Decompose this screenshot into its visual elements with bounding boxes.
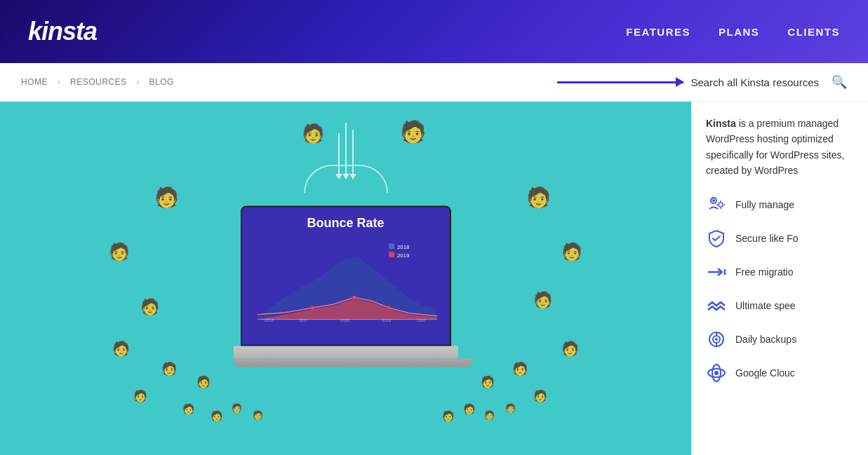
search-arrow (557, 81, 683, 83)
search-label: Search all Kinsta resources (690, 76, 819, 88)
arrow-line (557, 81, 683, 83)
svg-point-16 (712, 199, 715, 202)
breadcrumb-resources[interactable]: RESOURCES (70, 77, 127, 87)
sidebar-brand: Kinsta (706, 118, 736, 129)
breadcrumb-sep-2: › (137, 77, 140, 87)
svg-rect-0 (389, 243, 394, 249)
figure-left-5: 🧑 (161, 361, 177, 376)
svg-point-28 (715, 338, 718, 341)
header: kinsta FEATURES PLANS CLIENTS (0, 0, 868, 63)
figure-right-7: 🧑 (481, 375, 495, 388)
figure-left-4: 🧑 (112, 340, 130, 357)
svg-text:2020: 2020 (416, 318, 426, 322)
manage-icon (706, 194, 727, 215)
main-layout: 🧑 🧑 🧑 🧑 🧑 🧑 🧑 🧑 🧑 🧑 🧑 🧑 🧑 🧑 🧑 🧑 🧑 🧑 🧑 🧑 … (0, 102, 868, 455)
figure-bottom-left-3: 🧑 (232, 403, 242, 413)
figure-bottom-left-1: 🧑 (182, 403, 194, 414)
figure-bottom-right-2: 🧑 (463, 403, 475, 414)
backup-icon (706, 329, 727, 350)
feature-item-google: Google Clouc (706, 362, 854, 383)
nav-clients[interactable]: CLIENTS (787, 26, 840, 38)
figure-right-1: 🧑 (526, 186, 551, 209)
feature-label-google[interactable]: Google Clouc (735, 367, 795, 379)
breadcrumb-home[interactable]: HOME (21, 77, 48, 87)
feature-label-speed[interactable]: Ultimate spee (735, 300, 796, 311)
chart-svg: 2018 2019 (251, 236, 441, 327)
figure-left-6: 🧑 (133, 389, 147, 402)
svg-point-8 (387, 306, 390, 309)
feature-label-backup[interactable]: Daily backups (735, 334, 796, 345)
search-icon[interactable]: 🔍 (832, 74, 847, 90)
figure-right-6: 🧑 (533, 389, 547, 402)
secure-icon (706, 228, 727, 249)
svg-text:2019: 2019 (396, 252, 409, 259)
nav-plans[interactable]: PLANS (719, 26, 759, 38)
feature-item-manage: Fully manage (706, 194, 854, 215)
breadcrumb: HOME › RESOURCES › BLOG (21, 77, 174, 87)
svg-point-17 (719, 203, 723, 207)
google-icon (706, 362, 727, 383)
svg-text:2017: 2017 (298, 318, 307, 322)
breadcrumb-blog[interactable]: BLOG (149, 77, 174, 87)
arc-line (304, 165, 388, 193)
svg-point-7 (352, 296, 356, 299)
figure-top-1: 🧑 (302, 123, 324, 144)
feature-list: Fully manage Secure like Fo (706, 194, 854, 383)
nav-features[interactable]: FEATURES (626, 26, 690, 38)
svg-text:2019: 2019 (382, 318, 391, 322)
svg-point-31 (714, 371, 719, 375)
figure-bottom-right-4: 🧑 (505, 403, 516, 413)
figure-bottom-left-2: 🧑 (211, 410, 222, 421)
laptop: Bounce Rate 2018 2019 (234, 206, 458, 367)
figure-right-5: 🧑 (512, 361, 528, 376)
laptop-base (234, 346, 458, 359)
breadcrumb-bar: HOME › RESOURCES › BLOG Search all Kinst… (0, 63, 868, 102)
chart-title: Bounce Rate (251, 216, 441, 231)
figure-left-7: 🧑 (196, 375, 211, 388)
svg-text:2018: 2018 (396, 244, 409, 250)
main-nav: FEATURES PLANS CLIENTS (626, 26, 840, 38)
feature-label-manage[interactable]: Fully manage (735, 199, 794, 210)
feature-item-speed: Ultimate spee (706, 295, 854, 316)
feature-label-migrate[interactable]: Free migratio (735, 266, 793, 278)
figure-top-2: 🧑 (400, 119, 426, 144)
figure-right-3: 🧑 (533, 291, 552, 309)
figure-bottom-left-4: 🧑 (253, 410, 263, 420)
search-area: Search all Kinsta resources 🔍 (557, 74, 847, 90)
figure-bottom-right-1: 🧑 (442, 410, 454, 421)
sidebar: Kinsta is a premium managed WordPress ho… (691, 102, 868, 455)
figure-left-3: 🧑 (140, 298, 159, 316)
figure-left-1: 🧑 (154, 186, 179, 209)
feature-label-secure[interactable]: Secure like Fo (735, 233, 798, 244)
laptop-foot (234, 359, 472, 367)
feature-item-migrate: Free migratio (706, 262, 854, 283)
svg-text:2016: 2016 (264, 318, 274, 322)
svg-rect-2 (389, 252, 394, 257)
migrate-icon (706, 262, 727, 283)
chart-area: 2018 2019 (251, 236, 441, 327)
feature-item-backup: Daily backups (706, 329, 854, 350)
sidebar-intro: Kinsta is a premium managed WordPress ho… (706, 116, 854, 179)
breadcrumb-sep-1: › (58, 77, 60, 87)
speed-icon (706, 295, 727, 316)
hero-area: 🧑 🧑 🧑 🧑 🧑 🧑 🧑 🧑 🧑 🧑 🧑 🧑 🧑 🧑 🧑 🧑 🧑 🧑 🧑 🧑 … (0, 102, 691, 455)
svg-point-6 (311, 306, 314, 309)
laptop-screen: Bounce Rate 2018 2019 (241, 206, 451, 346)
figure-left-2: 🧑 (109, 242, 130, 262)
figure-bottom-right-3: 🧑 (484, 410, 495, 420)
figure-right-4: 🧑 (561, 340, 579, 357)
svg-text:2018: 2018 (340, 318, 350, 322)
logo[interactable]: kinsta (28, 17, 97, 46)
feature-item-secure: Secure like Fo (706, 228, 854, 249)
figure-right-2: 🧑 (561, 242, 582, 262)
